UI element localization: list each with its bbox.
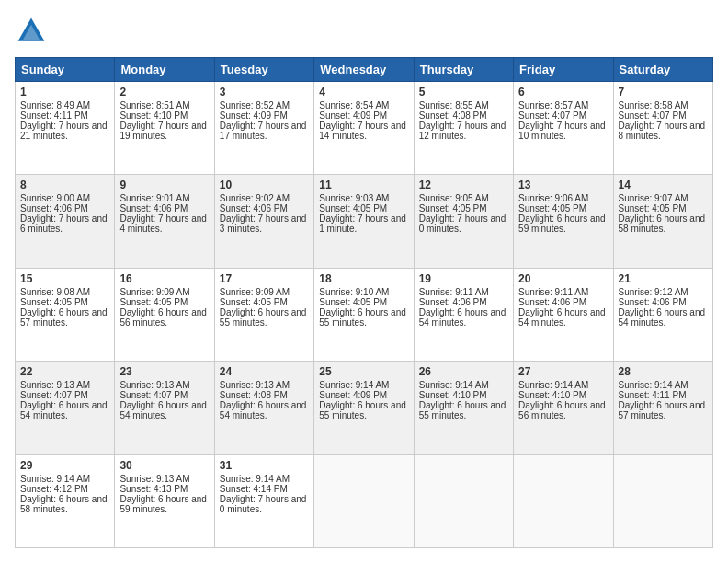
calendar-cell: 23 Sunrise: 9:13 AM Sunset: 4:07 PM Dayl… bbox=[115, 362, 214, 454]
day-number: 1 bbox=[20, 86, 109, 98]
daylight-label: Daylight: 7 hours and 6 minutes. bbox=[20, 213, 108, 234]
daylight-label: Daylight: 7 hours and 4 minutes. bbox=[119, 213, 207, 234]
sunset: Sunset: 4:09 PM bbox=[319, 110, 387, 121]
day-header-tuesday: Tuesday bbox=[214, 58, 313, 82]
calendar-cell: 22 Sunrise: 9:13 AM Sunset: 4:07 PM Dayl… bbox=[16, 362, 115, 454]
sunset: Sunset: 4:05 PM bbox=[119, 297, 188, 307]
sunrise: Sunrise: 9:14 AM bbox=[319, 380, 389, 390]
sunrise: Sunrise: 9:06 AM bbox=[518, 193, 588, 203]
calendar-cell: 6 Sunrise: 8:57 AM Sunset: 4:07 PM Dayli… bbox=[514, 82, 613, 175]
calendar-cell bbox=[514, 454, 613, 547]
sunset: Sunset: 4:13 PM bbox=[119, 484, 188, 494]
day-number: 7 bbox=[619, 86, 708, 98]
day-header-thursday: Thursday bbox=[414, 58, 513, 82]
calendar-body: 1 Sunrise: 8:49 AM Sunset: 4:11 PM Dayli… bbox=[16, 82, 713, 548]
sunset: Sunset: 4:06 PM bbox=[518, 297, 586, 307]
calendar-cell: 8 Sunrise: 9:00 AM Sunset: 4:06 PM Dayli… bbox=[16, 175, 115, 268]
calendar-cell bbox=[414, 454, 513, 547]
daylight-label: Daylight: 6 hours and 55 minutes. bbox=[220, 307, 307, 327]
sunrise: Sunrise: 9:14 AM bbox=[419, 380, 489, 390]
daylight-label: Daylight: 7 hours and 19 minutes. bbox=[119, 121, 207, 141]
day-number: 2 bbox=[119, 86, 209, 98]
calendar-cell: 28 Sunrise: 9:14 AM Sunset: 4:11 PM Dayl… bbox=[613, 362, 712, 454]
day-number: 6 bbox=[518, 86, 608, 98]
calendar-cell: 5 Sunrise: 8:55 AM Sunset: 4:08 PM Dayli… bbox=[414, 82, 513, 175]
sunrise: Sunrise: 9:08 AM bbox=[20, 287, 90, 297]
daylight-label: Daylight: 7 hours and 0 minutes. bbox=[220, 494, 307, 514]
sunrise: Sunrise: 9:13 AM bbox=[119, 474, 189, 484]
sunset: Sunset: 4:07 PM bbox=[119, 390, 188, 400]
sunset: Sunset: 4:09 PM bbox=[319, 390, 387, 400]
sunrise: Sunrise: 9:14 AM bbox=[220, 474, 290, 484]
day-number: 23 bbox=[119, 365, 209, 378]
sunset: Sunset: 4:05 PM bbox=[319, 203, 387, 213]
page: SundayMondayTuesdayWednesdayThursdayFrid… bbox=[0, 0, 728, 563]
day-number: 17 bbox=[220, 272, 309, 285]
sunrise: Sunrise: 8:58 AM bbox=[619, 100, 688, 110]
calendar-cell bbox=[314, 454, 414, 547]
sunrise: Sunrise: 9:05 AM bbox=[419, 193, 489, 203]
daylight-label: Daylight: 6 hours and 54 minutes. bbox=[518, 307, 606, 327]
sunrise: Sunrise: 8:55 AM bbox=[419, 100, 489, 110]
calendar-cell: 19 Sunrise: 9:11 AM Sunset: 4:06 PM Dayl… bbox=[414, 268, 513, 361]
daylight-label: Daylight: 6 hours and 54 minutes. bbox=[619, 307, 706, 327]
sunset: Sunset: 4:08 PM bbox=[220, 390, 288, 400]
sunset: Sunset: 4:11 PM bbox=[619, 390, 687, 400]
sunrise: Sunrise: 9:11 AM bbox=[419, 287, 489, 297]
sunrise: Sunrise: 9:14 AM bbox=[619, 380, 688, 390]
daylight-label: Daylight: 6 hours and 57 minutes. bbox=[619, 400, 706, 420]
sunrise: Sunrise: 9:00 AM bbox=[20, 193, 90, 203]
calendar-cell: 17 Sunrise: 9:09 AM Sunset: 4:05 PM Dayl… bbox=[214, 268, 313, 361]
sunrise: Sunrise: 8:57 AM bbox=[518, 100, 588, 110]
day-number: 28 bbox=[619, 365, 708, 378]
day-number: 4 bbox=[319, 86, 408, 98]
daylight-label: Daylight: 7 hours and 14 minutes. bbox=[319, 121, 406, 141]
sunrise: Sunrise: 9:11 AM bbox=[518, 287, 588, 297]
daylight-label: Daylight: 6 hours and 54 minutes. bbox=[119, 400, 207, 420]
daylight-label: Daylight: 6 hours and 55 minutes. bbox=[319, 307, 406, 327]
daylight-label: Daylight: 7 hours and 0 minutes. bbox=[419, 213, 506, 234]
sunrise: Sunrise: 9:14 AM bbox=[518, 380, 588, 390]
sunrise: Sunrise: 9:13 AM bbox=[220, 380, 290, 390]
sunrise: Sunrise: 9:14 AM bbox=[20, 474, 90, 484]
sunrise: Sunrise: 9:10 AM bbox=[319, 287, 389, 297]
day-number: 31 bbox=[220, 459, 309, 472]
sunset: Sunset: 4:05 PM bbox=[619, 203, 687, 213]
sunset: Sunset: 4:10 PM bbox=[419, 390, 487, 400]
sunrise: Sunrise: 9:02 AM bbox=[220, 193, 290, 203]
sunset: Sunset: 4:06 PM bbox=[119, 203, 188, 213]
sunset: Sunset: 4:07 PM bbox=[619, 110, 687, 121]
sunset: Sunset: 4:06 PM bbox=[619, 297, 687, 307]
day-number: 5 bbox=[419, 86, 508, 98]
sunrise: Sunrise: 8:52 AM bbox=[220, 100, 290, 110]
day-number: 26 bbox=[419, 365, 508, 378]
calendar-cell: 31 Sunrise: 9:14 AM Sunset: 4:14 PM Dayl… bbox=[214, 454, 313, 547]
calendar-cell: 9 Sunrise: 9:01 AM Sunset: 4:06 PM Dayli… bbox=[115, 175, 214, 268]
daylight-label: Daylight: 6 hours and 54 minutes. bbox=[220, 400, 307, 420]
calendar-cell: 26 Sunrise: 9:14 AM Sunset: 4:10 PM Dayl… bbox=[414, 362, 513, 454]
calendar-cell: 24 Sunrise: 9:13 AM Sunset: 4:08 PM Dayl… bbox=[214, 362, 313, 454]
day-number: 27 bbox=[518, 365, 608, 378]
daylight-label: Daylight: 6 hours and 59 minutes. bbox=[518, 213, 606, 234]
calendar-cell: 18 Sunrise: 9:10 AM Sunset: 4:05 PM Dayl… bbox=[314, 268, 414, 361]
sunset: Sunset: 4:06 PM bbox=[419, 297, 487, 307]
calendar-cell: 30 Sunrise: 9:13 AM Sunset: 4:13 PM Dayl… bbox=[115, 454, 214, 547]
sunrise: Sunrise: 9:13 AM bbox=[119, 380, 189, 390]
sunset: Sunset: 4:07 PM bbox=[20, 390, 88, 400]
daylight-label: Daylight: 7 hours and 1 minute. bbox=[319, 213, 406, 234]
calendar-week-row: 15 Sunrise: 9:08 AM Sunset: 4:05 PM Dayl… bbox=[16, 268, 713, 361]
day-number: 19 bbox=[419, 272, 508, 285]
daylight-label: Daylight: 7 hours and 10 minutes. bbox=[518, 121, 606, 141]
daylight-label: Daylight: 7 hours and 17 minutes. bbox=[220, 121, 307, 141]
calendar-cell: 10 Sunrise: 9:02 AM Sunset: 4:06 PM Dayl… bbox=[214, 175, 313, 268]
sunset: Sunset: 4:11 PM bbox=[20, 110, 88, 121]
sunrise: Sunrise: 9:07 AM bbox=[619, 193, 688, 203]
header bbox=[15, 15, 713, 48]
sunrise: Sunrise: 9:03 AM bbox=[319, 193, 389, 203]
daylight-label: Daylight: 7 hours and 21 minutes. bbox=[20, 121, 108, 141]
sunrise: Sunrise: 8:51 AM bbox=[119, 100, 189, 110]
daylight-label: Daylight: 6 hours and 56 minutes. bbox=[119, 307, 207, 327]
day-number: 12 bbox=[419, 178, 508, 191]
sunset: Sunset: 4:05 PM bbox=[20, 297, 88, 307]
calendar-week-row: 29 Sunrise: 9:14 AM Sunset: 4:12 PM Dayl… bbox=[16, 454, 713, 547]
